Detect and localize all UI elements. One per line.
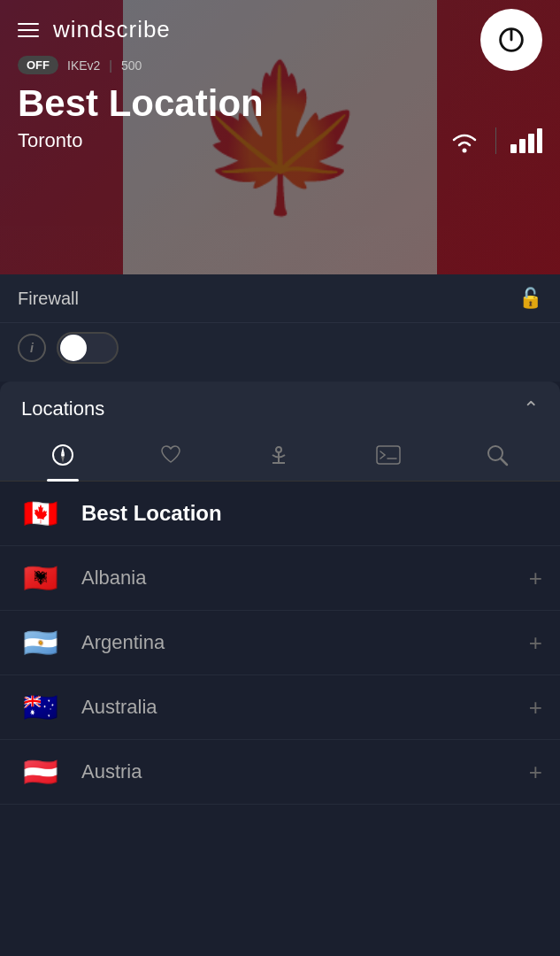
svg-line-17 <box>501 459 507 465</box>
location-label: Best Location <box>81 501 542 526</box>
firewall-label: Firewall <box>18 289 79 309</box>
locations-header: Locations ⌃ <box>0 382 560 429</box>
svg-rect-4 <box>519 139 525 153</box>
flag-albania: 🇦🇱 <box>18 562 64 594</box>
list-item[interactable]: 🇦🇹 Austria + <box>0 740 560 805</box>
protocol-label: IKEv2 <box>67 58 100 73</box>
lock-icon: 🔓 <box>518 287 542 310</box>
connection-status-badge: OFF <box>18 56 58 74</box>
wifi-icon <box>448 127 481 154</box>
main-location-name: Best Location <box>0 78 560 124</box>
location-label: Australia <box>81 696 529 719</box>
signal-bars-icon <box>510 128 542 153</box>
expand-icon[interactable]: + <box>529 629 542 657</box>
svg-marker-10 <box>61 456 65 463</box>
location-label: Austria <box>81 760 529 783</box>
locations-title: Locations <box>21 397 104 420</box>
flag-canada: 🇨🇦 <box>18 497 64 529</box>
locations-panel: Locations ⌃ <box>0 382 560 805</box>
chevron-up-icon[interactable]: ⌃ <box>523 397 539 420</box>
list-item[interactable]: 🇦🇷 Argentina + <box>0 611 560 675</box>
data-amount: 500 <box>121 58 142 73</box>
location-label: Albania <box>81 567 529 590</box>
firewall-toggle[interactable] <box>57 332 119 364</box>
status-bar: OFF IKEv2 | 500 <box>0 52 560 78</box>
svg-point-2 <box>463 149 467 153</box>
signal-divider <box>495 127 496 154</box>
separator: | <box>109 58 112 73</box>
signal-icons <box>448 127 542 154</box>
tabs-row <box>0 429 560 482</box>
info-icon[interactable]: i <box>18 334 46 362</box>
firewall-row: Firewall 🔓 <box>0 274 560 323</box>
toggle-knob <box>60 335 87 361</box>
anchor-icon <box>267 443 290 466</box>
list-item[interactable]: 🇦🇱 Albania + <box>0 546 560 611</box>
location-label: Argentina <box>81 631 529 654</box>
hero-section: 🍁 windscribe OFF IKEv2 | 500 Best Locati… <box>0 0 560 274</box>
tab-search[interactable] <box>472 435 523 481</box>
terminal-icon <box>376 445 401 465</box>
tab-static[interactable] <box>253 435 304 481</box>
city-row: Toronto <box>0 124 560 158</box>
svg-rect-5 <box>528 134 534 153</box>
heart-icon <box>159 443 182 466</box>
svg-rect-6 <box>537 128 542 153</box>
expand-icon[interactable]: + <box>529 565 542 592</box>
app-logo: windscribe <box>53 16 171 43</box>
svg-point-11 <box>276 447 281 452</box>
svg-rect-14 <box>377 446 400 464</box>
tab-all-locations[interactable] <box>37 435 88 481</box>
menu-button[interactable] <box>18 23 39 37</box>
search-icon <box>486 443 509 466</box>
expand-icon[interactable]: + <box>529 759 542 786</box>
list-item[interactable]: 🇦🇺 Australia + <box>0 675 560 740</box>
tab-favorites[interactable] <box>145 435 196 481</box>
flag-argentina: 🇦🇷 <box>18 627 64 659</box>
svg-rect-3 <box>510 144 517 153</box>
top-bar: windscribe <box>0 0 560 52</box>
info-symbol: i <box>30 341 34 355</box>
expand-icon[interactable]: + <box>529 694 542 721</box>
flag-australia: 🇦🇺 <box>18 691 64 723</box>
flag-austria: 🇦🇹 <box>18 756 64 788</box>
compass-icon <box>51 443 74 466</box>
toggle-area: i <box>0 323 560 382</box>
city-name: Toronto <box>18 129 82 152</box>
tab-custom[interactable] <box>362 436 415 479</box>
list-item[interactable]: 🇨🇦 Best Location <box>0 482 560 546</box>
svg-marker-9 <box>61 447 65 454</box>
location-list: 🇨🇦 Best Location 🇦🇱 Albania + 🇦🇷 Argenti… <box>0 482 560 805</box>
